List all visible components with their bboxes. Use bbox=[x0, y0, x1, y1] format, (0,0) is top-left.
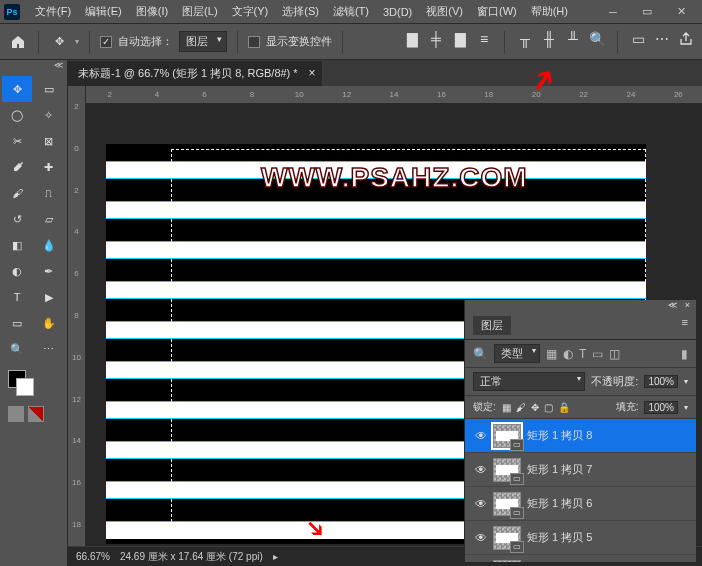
standard-mode-button[interactable] bbox=[8, 406, 24, 422]
app-icon: Ps bbox=[4, 4, 20, 20]
menu-edit[interactable]: 编辑(E) bbox=[78, 4, 129, 19]
dist-bottom-icon[interactable]: ╨ bbox=[565, 31, 581, 47]
gradient-tool[interactable]: ◧ bbox=[2, 232, 32, 258]
layer-row[interactable]: 👁 ▭ 矩形 1 拷贝 6 bbox=[465, 487, 696, 521]
hand-tool[interactable]: ✋ bbox=[34, 310, 64, 336]
layer-list[interactable]: 👁 ▭ 矩形 1 拷贝 8 👁 ▭ 矩形 1 拷贝 7 👁 ▭ 矩形 1 拷贝 … bbox=[465, 419, 696, 562]
layer-name[interactable]: 矩形 1 拷贝 7 bbox=[527, 462, 686, 477]
home-icon[interactable] bbox=[8, 32, 28, 52]
zoom-tool[interactable]: 🔍 bbox=[2, 336, 32, 362]
align-left-icon[interactable]: ▇ bbox=[404, 31, 420, 47]
layers-tab[interactable]: 图层 bbox=[473, 316, 511, 335]
frame-tool[interactable]: ⊠ bbox=[34, 128, 64, 154]
menu-file[interactable]: 文件(F) bbox=[28, 4, 78, 19]
dodge-tool[interactable]: ◐ bbox=[2, 258, 32, 284]
layer-row[interactable]: 👁 ▭ 矩形 1 拷贝 8 bbox=[465, 419, 696, 453]
menu-type[interactable]: 文字(Y) bbox=[225, 4, 276, 19]
visibility-icon[interactable]: 👁 bbox=[475, 463, 487, 477]
magic-wand-tool[interactable]: ✧ bbox=[34, 102, 64, 128]
menu-window[interactable]: 窗口(W) bbox=[470, 4, 524, 19]
dist-vcenter-icon[interactable]: ╫ bbox=[541, 31, 557, 47]
layer-row[interactable]: 👁 ▭ 矩形 1 拷贝 7 bbox=[465, 453, 696, 487]
menu-image[interactable]: 图像(I) bbox=[129, 4, 175, 19]
minimize-button[interactable]: ─ bbox=[596, 2, 630, 22]
brush-tool[interactable]: 🖌 bbox=[2, 180, 32, 206]
filter-smart-icon[interactable]: ◫ bbox=[609, 347, 620, 361]
dist-top-icon[interactable]: ╥ bbox=[517, 31, 533, 47]
layer-thumbnail[interactable]: ▭ bbox=[493, 492, 521, 516]
visibility-icon[interactable]: 👁 bbox=[475, 497, 487, 511]
layer-thumbnail[interactable]: ▭ bbox=[493, 458, 521, 482]
status-more-icon[interactable]: ▸ bbox=[273, 551, 278, 562]
fill-value[interactable]: 100% bbox=[644, 401, 678, 414]
align-more-icon[interactable]: ≡ bbox=[476, 31, 492, 47]
share-icon[interactable] bbox=[678, 31, 694, 47]
move-tool[interactable]: ✥ bbox=[2, 76, 32, 102]
filter-pixel-icon[interactable]: ▦ bbox=[546, 347, 557, 361]
layer-thumbnail[interactable]: ▭ bbox=[493, 526, 521, 550]
lock-pixels-icon[interactable]: 🖌 bbox=[516, 402, 526, 413]
menu-help[interactable]: 帮助(H) bbox=[524, 4, 575, 19]
quickmask-mode-button[interactable] bbox=[28, 406, 44, 422]
panel-menu-icon[interactable]: ≡ bbox=[682, 316, 688, 335]
layer-name[interactable]: 矩形 1 拷贝 8 bbox=[527, 428, 686, 443]
menu-filter[interactable]: 滤镜(T) bbox=[326, 4, 376, 19]
edit-toolbar[interactable]: ⋯ bbox=[34, 336, 64, 362]
menu-view[interactable]: 视图(V) bbox=[419, 4, 470, 19]
crop-tool[interactable]: ✂ bbox=[2, 128, 32, 154]
move-tool-icon[interactable]: ✥ bbox=[49, 32, 69, 52]
menu-layer[interactable]: 图层(L) bbox=[175, 4, 224, 19]
status-zoom[interactable]: 66.67% bbox=[76, 551, 110, 562]
lock-all-icon[interactable]: 🔒 bbox=[558, 402, 570, 413]
filter-search-icon[interactable]: 🔍 bbox=[473, 347, 488, 361]
auto-select-target-dd[interactable]: 图层 bbox=[179, 31, 227, 52]
lock-artboard-icon[interactable]: ▢ bbox=[544, 402, 553, 413]
transform-controls-checkbox[interactable] bbox=[248, 36, 260, 48]
layer-row[interactable]: 👁 ▭ 矩形 1 拷贝 bbox=[465, 555, 696, 562]
lock-transparency-icon[interactable]: ▦ bbox=[502, 402, 511, 413]
layer-row[interactable]: 👁 ▭ 矩形 1 拷贝 5 bbox=[465, 521, 696, 555]
marquee-tool[interactable]: ▭ bbox=[34, 76, 64, 102]
eyedropper-tool[interactable] bbox=[2, 154, 32, 180]
visibility-icon[interactable]: 👁 bbox=[475, 429, 487, 443]
close-button[interactable]: ✕ bbox=[664, 2, 698, 22]
path-select-tool[interactable]: ▶ bbox=[34, 284, 64, 310]
filter-shape-icon[interactable]: ▭ bbox=[592, 347, 603, 361]
filter-toggle-icon[interactable]: ▮ bbox=[681, 347, 688, 361]
3d-mode-icon[interactable]: ▭ bbox=[630, 31, 646, 47]
more-opts-icon[interactable]: ⋯ bbox=[654, 31, 670, 47]
shape-tool[interactable]: ▭ bbox=[2, 310, 32, 336]
tools-collapse-icon[interactable]: ≪ bbox=[0, 60, 67, 74]
lasso-tool[interactable]: ◯ bbox=[2, 102, 32, 128]
maximize-button[interactable]: ▭ bbox=[630, 2, 664, 22]
auto-select-checkbox[interactable] bbox=[100, 36, 112, 48]
document-tab[interactable]: 未标题-1 @ 66.7% (矩形 1 拷贝 8, RGB/8#) * × bbox=[68, 61, 322, 86]
layer-name[interactable]: 矩形 1 拷贝 5 bbox=[527, 530, 686, 545]
menu-3d[interactable]: 3D(D) bbox=[376, 6, 419, 18]
filter-type-icon[interactable]: T bbox=[579, 347, 586, 361]
type-tool[interactable]: T bbox=[2, 284, 32, 310]
healing-tool[interactable]: ✚ bbox=[34, 154, 64, 180]
blur-tool[interactable]: 💧 bbox=[34, 232, 64, 258]
eraser-tool[interactable]: ▱ bbox=[34, 206, 64, 232]
align-right-icon[interactable]: ▇ bbox=[452, 31, 468, 47]
status-docinfo[interactable]: 24.69 厘米 x 17.64 厘米 (72 ppi) bbox=[120, 550, 263, 564]
opacity-value[interactable]: 100% bbox=[644, 375, 678, 388]
panel-collapse-icon[interactable]: ≪ × bbox=[465, 300, 696, 312]
zoom-icon[interactable]: 🔍 bbox=[589, 31, 605, 47]
menu-select[interactable]: 选择(S) bbox=[275, 4, 326, 19]
layer-name[interactable]: 矩形 1 拷贝 6 bbox=[527, 496, 686, 511]
blend-mode-dd[interactable]: 正常 bbox=[473, 372, 585, 391]
layer-thumbnail[interactable]: ▭ bbox=[493, 560, 521, 563]
lock-position-icon[interactable]: ✥ bbox=[531, 402, 539, 413]
filter-adjust-icon[interactable]: ◐ bbox=[563, 347, 573, 361]
pen-tool[interactable]: ✒ bbox=[34, 258, 64, 284]
close-tab-icon[interactable]: × bbox=[309, 66, 316, 80]
align-hcenter-icon[interactable]: ╪ bbox=[428, 31, 444, 47]
layer-thumbnail[interactable]: ▭ bbox=[493, 424, 521, 448]
visibility-icon[interactable]: 👁 bbox=[475, 531, 487, 545]
stamp-tool[interactable]: ⎍ bbox=[34, 180, 64, 206]
history-brush-tool[interactable]: ↺ bbox=[2, 206, 32, 232]
filter-kind-dd[interactable]: 类型 bbox=[494, 344, 540, 363]
background-swatch[interactable] bbox=[16, 378, 34, 396]
